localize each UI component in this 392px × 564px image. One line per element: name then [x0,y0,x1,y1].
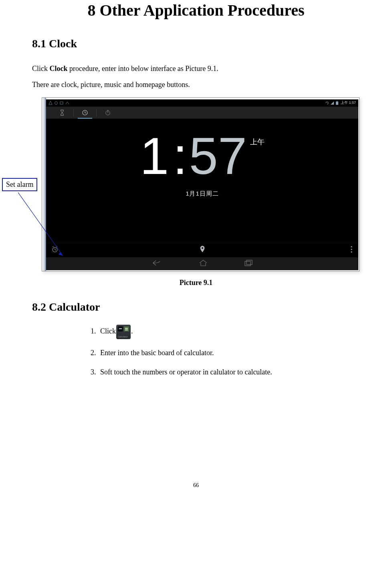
page-number: 66 [32,482,360,497]
svg-rect-4 [336,101,338,105]
section-8-1-title: 8.1 Clock [32,37,360,50]
clock-ampm: 上午 [250,137,265,147]
calculator-icon-label: Calculator [118,335,128,338]
svg-rect-5 [337,101,337,102]
section-8-1-paragraph-1: Click Clock procedure, enter into below … [32,61,360,77]
figure-9-1: 上午 1:57 1 : 57 [42,97,360,271]
system-nav-bar [46,257,358,270]
location-pin-icon [199,245,206,253]
alarm-button[interactable] [51,245,59,255]
nav-back-button[interactable] [152,259,162,268]
overflow-icon [350,246,353,253]
section-8-1-paragraph-2: There are clock, picture, music and home… [32,77,360,93]
location-button[interactable] [199,245,206,255]
svg-point-12 [351,251,352,253]
figure-caption: Picture 9.1 [32,279,360,287]
step-1-text-a: Click [100,327,116,335]
svg-rect-3 [60,102,63,104]
clock-tabs [46,107,358,119]
set-alarm-callout: Set alarm [2,178,37,191]
step-1: Click Calculator . [98,325,360,339]
home-icon [198,259,208,267]
clock-icon [81,109,89,116]
svg-rect-13 [245,261,251,266]
sync-status-icon [325,101,329,105]
step-3-text: Soft touch the numbers or operator in ca… [100,368,272,376]
text-fragment: procedure, enter into below interface as… [68,65,218,73]
svg-rect-14 [247,260,252,265]
clock-display: 1 : 57 上午 1月1日周二 [46,119,358,242]
recents-icon [244,259,253,267]
clock-bottom-bar [46,243,358,257]
step-1-text-b: . [131,327,133,335]
nav-home-button[interactable] [198,259,208,268]
svg-point-11 [351,249,352,250]
alarm-icon [51,245,59,253]
clock-colon: : [173,130,187,182]
svg-point-9 [202,247,203,249]
status-icon [65,101,69,105]
svg-point-2 [55,101,58,104]
overflow-menu-button[interactable] [350,246,353,255]
clock-minute: 57 [189,130,247,182]
alarm-status-icon [54,101,58,105]
step-2-text: Enter into the basic board of calculator… [100,349,214,357]
calculator-app-icon: Calculator [116,325,131,339]
screenshot: 上午 1:57 1 : 57 [46,99,358,270]
status-bar: 上午 1:57 [46,99,358,107]
text-fragment: Click [32,65,50,73]
hourglass-icon [59,109,66,116]
figure-left-edge [42,98,46,271]
step-3: Soft touch the numbers or operator in ca… [98,366,360,378]
signal-icon [330,101,334,105]
clock-term: Clock [50,65,68,73]
tab-stopwatch[interactable] [97,107,119,119]
tab-clock[interactable] [74,107,96,119]
back-icon [152,259,162,267]
battery-icon [335,101,339,105]
status-time: 上午 1:57 [341,100,356,105]
clock-hour: 1 [140,130,169,182]
step-2: Enter into the basic board of calculator… [98,347,360,359]
clock-date: 1月1日周二 [186,190,219,198]
status-icon [48,101,53,105]
stopwatch-icon [104,109,111,116]
svg-point-10 [351,246,352,247]
chapter-title: 8 Other Application Procedures [32,0,360,20]
status-icon [60,101,64,105]
calculator-steps: Click Calculator . Enter into the basic … [98,325,360,378]
section-8-2-title: 8.2 Calculator [32,301,360,313]
tab-timer[interactable] [51,107,73,119]
nav-recents-button[interactable] [244,259,253,268]
